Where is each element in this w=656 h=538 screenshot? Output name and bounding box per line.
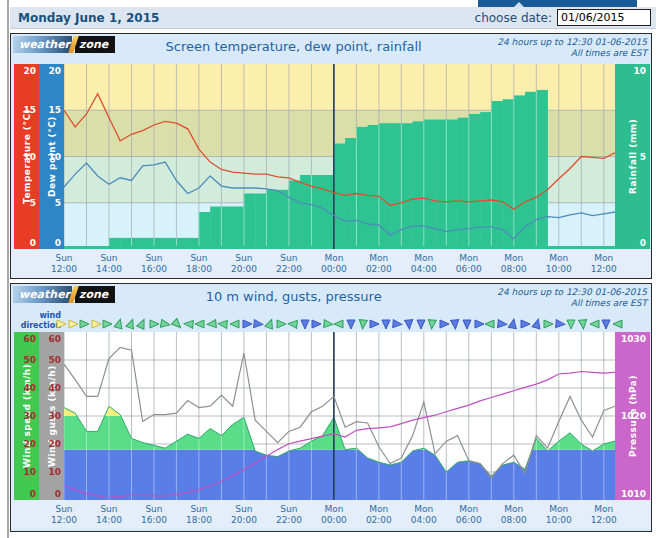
time-tick-label: Mon 02:00 <box>366 504 392 526</box>
time-tick-label: Mon 04:00 <box>411 253 437 275</box>
time-tick-label: Sun 22:00 <box>276 504 302 526</box>
date-input[interactable] <box>557 9 651 26</box>
wind-direction-label: wind direction <box>11 310 61 331</box>
rainfall-axis: Rainfall (mm) 0510 <box>615 64 650 249</box>
time-tick-label: Sun 12:00 <box>51 253 77 275</box>
axis-tick-label: 1010 <box>621 489 646 499</box>
chart1-plot-row: Temperature (°C) 05101520 Dew point (°C)… <box>11 64 651 249</box>
axis-tick-label: 15 <box>23 105 36 115</box>
axis-tick-label: 5 <box>30 198 36 208</box>
axis-tick-label: 50 <box>48 355 61 365</box>
time-tick-label: Sun 14:00 <box>96 504 122 526</box>
axis-tick-label: 5 <box>640 152 646 162</box>
time-tick-label: Sun 14:00 <box>96 253 122 275</box>
wind-gusts-pressure-panel: weather zone 10 m wind, gusts, pressure … <box>10 283 652 532</box>
time-tick-label: Mon 06:00 <box>456 504 482 526</box>
time-tick-label: Mon 04:00 <box>411 504 437 526</box>
axis-tick-label: 0 <box>55 238 61 248</box>
time-tick-label: Mon 10:00 <box>546 253 572 275</box>
wind-gusts-axis: Wind gusts (km/h) 0102030405060 <box>39 332 64 500</box>
time-tick-label: Sun 20:00 <box>231 504 257 526</box>
chart2-header: weather zone 10 m wind, gusts, pressure … <box>11 284 651 310</box>
time-tick-label: Mon 12:00 <box>591 504 617 526</box>
time-tick-label: Sun 16:00 <box>141 504 167 526</box>
date-bar: Monday June 1, 2015 choose date: <box>10 7 656 29</box>
axis-tick-label: 20 <box>23 66 36 76</box>
chart1-period: 24 hours up to 12:30 01-06-2015 All time… <box>472 36 647 59</box>
time-tick-label: Mon 08:00 <box>501 253 527 275</box>
time-tick-label: Mon 02:00 <box>366 253 392 275</box>
choose-date-label: choose date: <box>475 11 552 25</box>
time-tick-label: Sun 22:00 <box>276 253 302 275</box>
time-tick-label: Mon 08:00 <box>501 504 527 526</box>
axis-tick-label: 60 <box>23 334 36 344</box>
navigation-tab-fragment[interactable] <box>478 0 637 7</box>
axis-tick-label: 20 <box>48 439 61 449</box>
page-left-border <box>7 0 9 538</box>
chart1-period-line2: All times are EST <box>472 48 647 59</box>
chart1-time-axis: Sun 12:00Sun 14:00Sun 16:00Sun 18:00Sun … <box>11 249 651 278</box>
weatherzone-logo: weather zone <box>13 36 115 53</box>
chart1-header: weather zone Screen temperature, dew poi… <box>11 34 651 64</box>
chart2-period-line1: 24 hours up to 12:30 01-06-2015 <box>472 287 647 298</box>
time-tick-label: Sun 18:00 <box>186 253 212 275</box>
axis-tick-label: 1020 <box>621 411 646 421</box>
wind-speed-axis: Wind speed (km/h) 0102030405060 <box>14 332 39 500</box>
current-date-label: Monday June 1, 2015 <box>10 11 475 25</box>
time-tick-label: Mon 00:00 <box>321 253 347 275</box>
weatherzone-daily-observations-page: Monday June 1, 2015 choose date: weather… <box>0 0 656 538</box>
axis-tick-label: 20 <box>48 66 61 76</box>
time-tick-label: Sun 18:00 <box>186 504 212 526</box>
weatherzone-logo: weather zone <box>13 286 115 303</box>
temperature-axis: Temperature (°C) 05101520 <box>14 64 39 249</box>
chart2-plot-row: Wind speed (km/h) 0102030405060 Wind gus… <box>11 332 651 500</box>
chart2-period-line2: All times are EST <box>472 298 647 309</box>
axis-tick-label: 5 <box>55 198 61 208</box>
dewpoint-axis: Dew point (°C) 05101520 <box>39 64 64 249</box>
time-tick-label: Mon 06:00 <box>456 253 482 275</box>
axis-tick-label: 30 <box>23 411 36 421</box>
time-tick-label: Sun 20:00 <box>231 253 257 275</box>
axis-tick-label: 60 <box>48 334 61 344</box>
pressure-axis: Pressure (hPa) 101010201030 <box>615 332 650 500</box>
temperature-dewpoint-rainfall-panel: weather zone Screen temperature, dew poi… <box>10 33 652 279</box>
axis-tick-label: 10 <box>48 467 61 477</box>
chart1-title: Screen temperature, dew point, rainfall <box>115 36 472 54</box>
logo-zone-text: zone <box>75 286 115 303</box>
axis-tick-label: 1030 <box>621 334 646 344</box>
time-tick-label: Mon 00:00 <box>321 504 347 526</box>
axis-tick-label: 30 <box>48 411 61 421</box>
time-tick-label: Sun 16:00 <box>141 253 167 275</box>
axis-tick-label: 0 <box>30 238 36 248</box>
chart2-period: 24 hours up to 12:30 01-06-2015 All time… <box>472 286 647 309</box>
axis-tick-label: 0 <box>30 489 36 499</box>
logo-zone-text: zone <box>75 36 115 53</box>
wind-direction-row: wind direction <box>11 310 651 332</box>
axis-tick-label: 40 <box>48 383 61 393</box>
logo-weather-text: weather <box>13 286 72 303</box>
time-tick-label: Mon 10:00 <box>546 504 572 526</box>
axis-tick-label: 50 <box>23 355 36 365</box>
axis-tick-label: 20 <box>23 439 36 449</box>
time-tick-label: Sun 12:00 <box>51 504 77 526</box>
chart1-period-line1: 24 hours up to 12:30 01-06-2015 <box>472 37 647 48</box>
axis-tick-label: 10 <box>23 467 36 477</box>
axis-tick-label: 10 <box>23 152 36 162</box>
chart2-title: 10 m wind, gusts, pressure <box>115 286 472 304</box>
time-tick-label: Mon 12:00 <box>591 253 617 275</box>
axis-tick-label: 40 <box>23 383 36 393</box>
logo-weather-text: weather <box>13 36 72 53</box>
axis-tick-label: 10 <box>48 152 61 162</box>
temperature-chart-plot <box>64 64 615 249</box>
axis-tick-label: 0 <box>640 238 646 248</box>
axis-tick-label: 10 <box>633 66 646 76</box>
axis-tick-label: 15 <box>48 105 61 115</box>
chart2-time-axis: Sun 12:00Sun 14:00Sun 16:00Sun 18:00Sun … <box>11 500 651 529</box>
axis-tick-label: 0 <box>55 489 61 499</box>
wind-chart-plot <box>64 332 615 500</box>
